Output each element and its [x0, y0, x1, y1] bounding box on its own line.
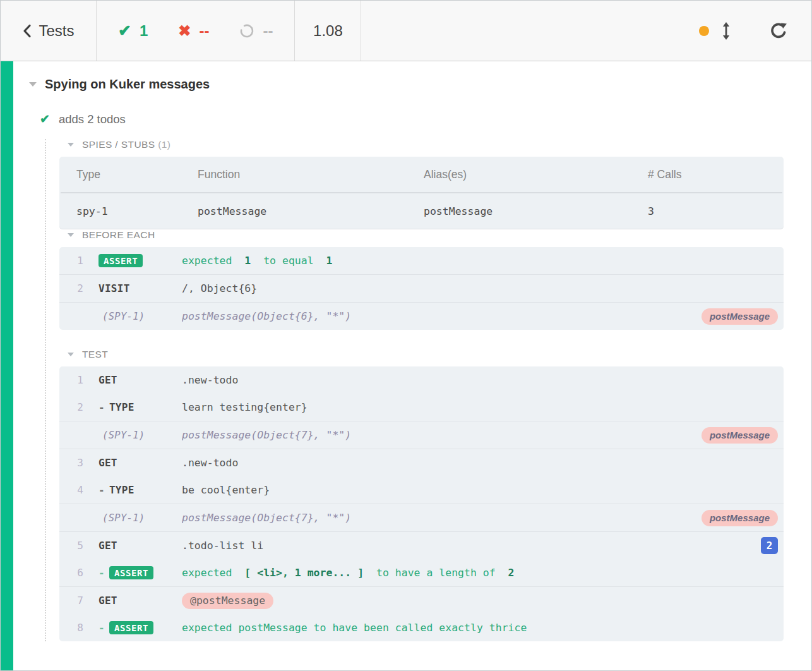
stat-pending[interactable]: --	[239, 22, 273, 40]
test-runner-window: Tests ✔ 1 ✖ -- -- 1.08	[0, 0, 812, 671]
assert-text: 2	[502, 567, 515, 579]
command-number: 2	[59, 282, 83, 294]
spies-stubs-count: (1)	[158, 139, 170, 150]
command-row[interactable]: 4-TYPEbe cool{enter}	[59, 476, 784, 504]
command-method: -ASSERT	[83, 621, 182, 634]
col-header-aliases: Alias(es)	[407, 168, 631, 181]
spy-table-row[interactable]: spy-1postMessagepostMessage3	[59, 193, 784, 229]
command-message: /, Object{6}	[182, 282, 784, 294]
assert-text: 1	[238, 255, 257, 267]
command-row[interactable]: 1GET.new-todo	[59, 366, 784, 394]
pending-count: --	[263, 22, 273, 40]
command-group: 1ASSERTexpected 1 to equal 1	[59, 247, 784, 274]
command-message: .todo-list li	[182, 540, 761, 552]
back-to-tests-button[interactable]: Tests	[1, 1, 97, 61]
section-spies-stubs: SPIES / STUBS (1) Type Function Alias(es…	[59, 139, 784, 229]
method-name: VISIT	[99, 282, 130, 294]
test-header[interactable]: ✔ adds 2 todos	[40, 112, 784, 126]
child-dash: -	[99, 401, 105, 413]
command-group: (SPY-1)postMessage(Object{7}, "*")postMe…	[59, 421, 784, 449]
alias-badge: @postMessage	[182, 593, 273, 609]
test-stats: ✔ 1 ✖ -- --	[97, 1, 295, 61]
command-row[interactable]: 2VISIT/, Object{6}	[59, 275, 784, 302]
command-group: 2VISIT/, Object{6}	[59, 274, 784, 302]
failed-count: --	[199, 22, 209, 40]
command-method: (SPY-1)	[83, 430, 182, 441]
section-title: BEFORE EACH	[82, 229, 155, 241]
command-method: -ASSERT	[83, 566, 182, 579]
command-message: expected postMessage to have been called…	[182, 622, 784, 634]
command-number: 3	[59, 457, 83, 469]
command-group: 7GET@postMessage8-ASSERTexpected postMes…	[59, 586, 784, 641]
command-row[interactable]: 1ASSERTexpected 1 to equal 1	[59, 247, 784, 274]
assert-badge: ASSERT	[109, 621, 153, 634]
spies-stubs-header[interactable]: SPIES / STUBS (1)	[59, 139, 784, 150]
command-method: -TYPE	[83, 401, 182, 413]
section-title: TEST	[82, 349, 108, 360]
command-method: GET	[83, 595, 182, 607]
child-dash: -	[99, 622, 105, 634]
command-block: 1GET.new-todo2-TYPElearn testing{enter}(…	[59, 366, 784, 641]
assert-badge: ASSERT	[109, 566, 153, 579]
command-row[interactable]: 6-ASSERTexpected [ <li>, 1 more... ] to …	[59, 559, 784, 586]
scroll-toggle-icon[interactable]	[720, 21, 732, 40]
method-name: TYPE	[109, 401, 134, 413]
command-row[interactable]: 8-ASSERTexpected postMessage to have bee…	[59, 614, 784, 641]
child-dash: -	[99, 484, 105, 496]
suite-header[interactable]: Spying on Kuker messages	[13, 77, 784, 92]
command-row[interactable]: 2-TYPElearn testing{enter}	[59, 394, 784, 421]
spy-call-badge[interactable]: postMessage	[702, 427, 778, 444]
stat-failed[interactable]: ✖ --	[178, 22, 209, 40]
command-message: postMessage(Object{7}, "*")	[182, 512, 702, 524]
section-before-each: BEFORE EACH1ASSERTexpected 1 to equal 12…	[59, 229, 784, 330]
spy-call-badge[interactable]: postMessage	[702, 510, 778, 526]
cell-function: postMessage	[181, 205, 407, 217]
header-controls	[699, 1, 811, 61]
command-row[interactable]: 5GET.todo-list li2	[59, 532, 784, 559]
stat-passed[interactable]: ✔ 1	[118, 21, 148, 40]
section-header[interactable]: BEFORE EACH	[59, 229, 784, 241]
spies-stubs-table: Type Function Alias(es) # Calls spy-1pos…	[59, 157, 784, 229]
method-name: GET	[99, 595, 117, 607]
collapse-caret-icon	[29, 82, 37, 87]
command-row[interactable]: 3GET.new-todo	[59, 449, 784, 476]
command-method: -TYPE	[83, 484, 182, 496]
command-group: 5GET.todo-list li26-ASSERTexpected [ <li…	[59, 531, 784, 586]
command-number: 8	[59, 622, 83, 634]
command-message: expected 1 to equal 1	[182, 255, 784, 267]
command-row[interactable]: 7GET@postMessage	[59, 587, 784, 614]
command-group: 1GET.new-todo2-TYPElearn testing{enter}	[59, 366, 784, 421]
command-method: GET	[83, 374, 182, 386]
command-method: VISIT	[83, 282, 182, 294]
element-count-badge: 2	[761, 537, 778, 554]
assert-text: to have a length of	[370, 567, 502, 579]
command-group: (SPY-1)postMessage(Object{7}, "*")postMe…	[59, 504, 784, 531]
assert-text: to equal	[257, 255, 319, 267]
chevron-left-icon	[22, 24, 32, 38]
section-header[interactable]: TEST	[59, 349, 784, 360]
spy-event-row[interactable]: (SPY-1)postMessage(Object{7}, "*")postMe…	[59, 421, 784, 449]
command-number: 2	[59, 401, 83, 413]
spy-event-row[interactable]: (SPY-1)postMessage(Object{7}, "*")postMe…	[59, 504, 784, 531]
command-message: postMessage(Object{7}, "*")	[182, 429, 702, 441]
back-button-label: Tests	[39, 22, 74, 40]
refresh-icon[interactable]	[768, 21, 789, 41]
assert-text: expected	[182, 567, 238, 579]
col-header-calls: # Calls	[631, 168, 784, 181]
command-number: 1	[59, 374, 83, 386]
command-group: 3GET.new-todo4-TYPEbe cool{enter}	[59, 449, 784, 504]
command-method: (SPY-1)	[83, 311, 182, 322]
assert-text: 1	[320, 255, 333, 267]
command-message: be cool{enter}	[182, 484, 784, 496]
command-method: (SPY-1)	[83, 512, 182, 524]
spy-call-badge[interactable]: postMessage	[702, 308, 778, 325]
command-number: 4	[59, 484, 83, 496]
method-name: GET	[99, 374, 117, 386]
assert-badge: ASSERT	[99, 254, 143, 267]
test-body: SPIES / STUBS (1) Type Function Alias(es…	[45, 139, 784, 641]
command-method: GET	[83, 540, 182, 552]
spy-event-row[interactable]: (SPY-1)postMessage(Object{6}, "*")postMe…	[59, 303, 784, 330]
command-number: 5	[59, 540, 83, 552]
method-name: GET	[99, 540, 117, 552]
command-number: 7	[59, 595, 83, 607]
